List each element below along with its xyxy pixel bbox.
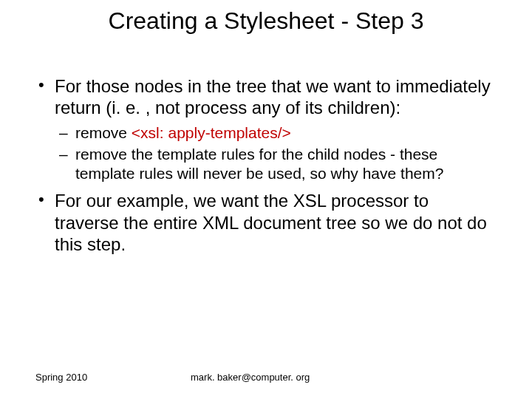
bullet-1a-pre: remove [75,124,132,141]
bullet-2-not: not [437,213,462,233]
bullet-1: For those nodes in the tree that we want… [35,75,497,183]
sub-bullet-list: remove <xsl: apply-templates/> remove th… [55,123,497,183]
bullet-1-not: not [155,98,180,117]
page-title: Creating a Stylesheet - Step 3 [35,7,497,35]
bullet-2-text-pre: For our example, we want the XSL process… [55,191,437,232]
bullet-2: For our example, we want the XSL process… [35,190,497,255]
bullet-list: For those nodes in the tree that we want… [35,75,497,255]
bullet-1a: remove <xsl: apply-templates/> [55,123,497,143]
bullet-1b: remove the template rules for the child … [55,145,497,183]
bullet-1a-code: <xsl: apply-templates/> [132,124,291,141]
footer-term: Spring 2010 [35,372,87,383]
footer-email: mark. baker@computer. org [191,372,310,383]
slide: Creating a Stylesheet - Step 3 For those… [0,0,532,399]
footer: Spring 2010 mark. baker@computer. org [35,372,497,383]
bullet-1-text-post: process any of its children): [180,98,400,117]
